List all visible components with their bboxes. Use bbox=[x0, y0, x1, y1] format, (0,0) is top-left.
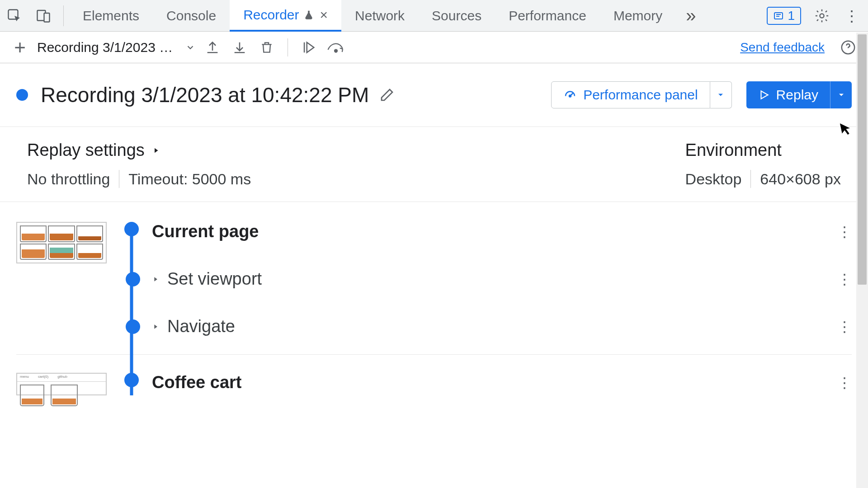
tab-label: Recorder bbox=[243, 7, 299, 23]
kebab-menu-icon[interactable]: ⋮ bbox=[843, 7, 861, 25]
devtools-tab-strip: Elements Console Recorder × Network Sour… bbox=[0, 0, 868, 32]
svg-point-4 bbox=[820, 14, 824, 18]
step-icon[interactable] bbox=[326, 38, 346, 57]
step-row[interactable]: Set viewport ⋮ bbox=[126, 269, 852, 289]
performance-panel-button-group: Performance panel bbox=[551, 81, 731, 108]
timeout-value: Timeout: 5000 ms bbox=[128, 170, 251, 188]
import-icon[interactable] bbox=[203, 38, 222, 57]
settings-strip: Replay settings No throttling Timeout: 5… bbox=[0, 127, 868, 202]
step-menu-icon[interactable]: ⋮ bbox=[837, 374, 852, 391]
env-device: Desktop bbox=[685, 170, 742, 188]
step-row[interactable]: Coffee cart ⋮ bbox=[152, 373, 852, 392]
throttling-value: No throttling bbox=[27, 170, 110, 188]
replay-dropdown[interactable] bbox=[830, 81, 852, 108]
device-toggle-icon[interactable] bbox=[34, 7, 52, 25]
performance-panel-dropdown[interactable] bbox=[710, 81, 732, 108]
tab-label: Memory bbox=[613, 8, 662, 23]
svg-point-7 bbox=[569, 95, 571, 97]
recorder-toolbar: + Recording 3/1/2023 at 10… Send feedbac… bbox=[0, 32, 868, 63]
env-viewport: 640×608 px bbox=[760, 170, 841, 188]
delete-icon[interactable] bbox=[257, 38, 277, 57]
tab-performance[interactable]: Performance bbox=[495, 0, 600, 31]
svg-rect-2 bbox=[44, 13, 50, 22]
replay-settings-toggle[interactable]: Replay settings bbox=[27, 141, 251, 160]
scrollbar-thumb[interactable] bbox=[858, 34, 867, 285]
step-menu-icon[interactable]: ⋮ bbox=[837, 318, 852, 335]
caret-right-icon bbox=[152, 145, 160, 156]
section-title: Replay settings bbox=[27, 141, 145, 160]
tab-memory[interactable]: Memory bbox=[600, 0, 676, 31]
tab-network[interactable]: Network bbox=[341, 0, 418, 31]
gauge-icon bbox=[563, 88, 577, 102]
inspect-element-icon[interactable] bbox=[5, 7, 24, 25]
tab-elements[interactable]: Elements bbox=[69, 0, 153, 31]
step-title: Coffee cart bbox=[152, 373, 242, 392]
send-feedback-link[interactable]: Send feedback bbox=[740, 40, 825, 55]
button-label: Performance panel bbox=[583, 87, 698, 103]
timeline-dot-icon bbox=[124, 222, 139, 236]
help-icon[interactable] bbox=[838, 38, 858, 57]
tab-sources[interactable]: Sources bbox=[418, 0, 495, 31]
timeline-dot-icon bbox=[124, 373, 139, 387]
step-thumbnail: menucart(0)github bbox=[16, 373, 107, 395]
step-title: Current page bbox=[152, 222, 259, 241]
svg-point-5 bbox=[335, 49, 337, 52]
flask-icon bbox=[304, 9, 314, 21]
tab-console[interactable]: Console bbox=[153, 0, 230, 31]
scrollbar[interactable] bbox=[856, 33, 868, 488]
chevron-down-icon bbox=[185, 42, 195, 52]
tab-label: Performance bbox=[509, 8, 586, 23]
replay-button-group: Replay bbox=[746, 81, 852, 108]
replay-button[interactable]: Replay bbox=[746, 81, 830, 108]
recording-title: Recording 3/1/2023 at 10:42:22 PM bbox=[41, 83, 369, 107]
tab-label: Network bbox=[355, 8, 405, 23]
tab-recorder[interactable]: Recorder × bbox=[230, 0, 341, 32]
recording-select[interactable]: Recording 3/1/2023 at 10… bbox=[37, 40, 195, 55]
caret-right-icon bbox=[152, 275, 159, 284]
edit-title-icon[interactable] bbox=[379, 87, 395, 103]
step-menu-icon[interactable]: ⋮ bbox=[837, 223, 852, 240]
issues-badge[interactable]: 1 bbox=[767, 7, 801, 25]
step-group: Current page ⋮ Set viewport ⋮ Navigate ⋮ bbox=[16, 222, 852, 355]
caret-right-icon bbox=[152, 322, 159, 331]
steps-list: Current page ⋮ Set viewport ⋮ Navigate ⋮ bbox=[0, 202, 868, 413]
recording-header: Recording 3/1/2023 at 10:42:22 PM Perfor… bbox=[0, 63, 868, 127]
step-row[interactable]: Navigate ⋮ bbox=[126, 317, 852, 336]
step-title: Navigate bbox=[167, 317, 235, 336]
step-thumbnail bbox=[16, 222, 107, 263]
continue-icon[interactable] bbox=[299, 38, 319, 57]
step-title: Set viewport bbox=[167, 269, 262, 289]
play-icon bbox=[758, 89, 770, 101]
recording-select-label: Recording 3/1/2023 at 10… bbox=[37, 40, 177, 55]
new-recording-icon[interactable]: + bbox=[10, 38, 30, 57]
close-tab-icon[interactable]: × bbox=[320, 7, 328, 23]
gear-icon[interactable] bbox=[813, 7, 831, 25]
recording-dot-icon bbox=[16, 89, 28, 101]
button-label: Replay bbox=[776, 87, 818, 103]
step-row[interactable]: Current page ⋮ bbox=[152, 222, 852, 241]
more-tabs-icon[interactable]: » bbox=[676, 0, 706, 31]
env-title: Environment bbox=[685, 141, 782, 160]
tab-label: Console bbox=[166, 8, 216, 23]
tab-label: Sources bbox=[432, 8, 481, 23]
issues-count: 1 bbox=[788, 9, 795, 23]
performance-panel-button[interactable]: Performance panel bbox=[551, 81, 710, 108]
step-menu-icon[interactable]: ⋮ bbox=[837, 271, 852, 288]
export-icon[interactable] bbox=[230, 38, 250, 57]
tab-label: Elements bbox=[83, 8, 139, 23]
step-group: menucart(0)github Coffee cart ⋮ bbox=[16, 373, 852, 413]
